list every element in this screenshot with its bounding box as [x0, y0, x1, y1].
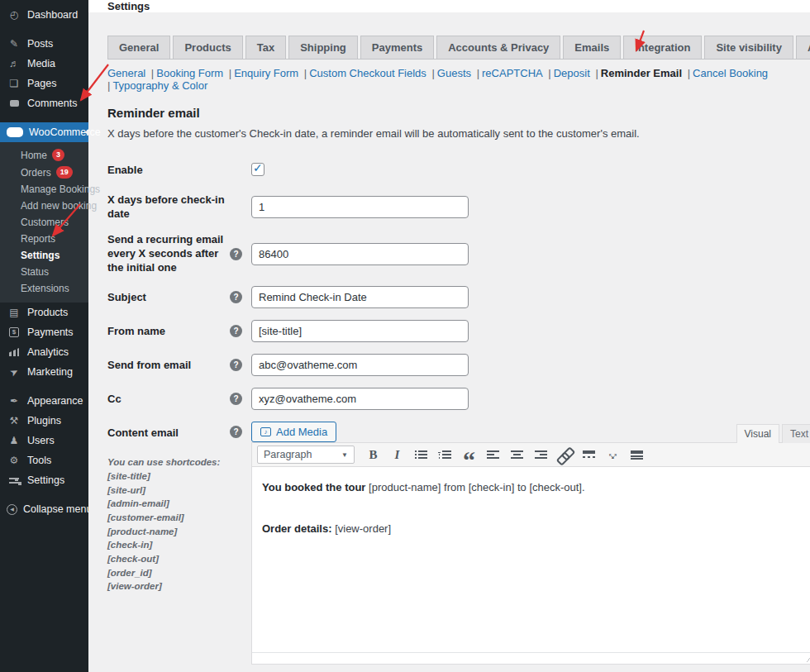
link-icon[interactable]	[555, 446, 575, 464]
shortcode-item: [view-order]	[107, 579, 225, 593]
enable-checkbox[interactable]	[251, 163, 264, 176]
sidebar-item-payments[interactable]: Payments	[0, 322, 88, 342]
sidebar-item-dashboard[interactable]: ◴Dashboard	[0, 5, 88, 25]
tab-products[interactable]: Products	[173, 36, 242, 60]
analytics-icon	[7, 346, 21, 358]
sidebar-item-posts[interactable]: ✎Posts	[0, 34, 88, 54]
tour-booking-subnav: General |Booking Form |Enquiry Form |Cus…	[107, 67, 799, 92]
subnav-link-guests[interactable]: Guests	[437, 67, 471, 79]
tab-payments[interactable]: Payments	[360, 36, 434, 60]
tab-accounts-privacy[interactable]: Accounts & Privacy	[436, 36, 560, 60]
subnav-link-deposit[interactable]: Deposit	[554, 67, 590, 79]
help-icon[interactable]: ?	[230, 291, 242, 303]
help-slot: ?	[230, 359, 251, 371]
tab-general[interactable]: General	[107, 36, 170, 60]
sidebar-item-plugins[interactable]: ⚒Plugins	[0, 411, 88, 431]
tab-site-visibility[interactable]: Site visibility	[704, 36, 793, 60]
tab-tax[interactable]: Tax	[245, 36, 286, 60]
marketing-icon: ➤	[5, 364, 23, 381]
sidebar-item-settings[interactable]: Settings	[0, 470, 88, 490]
field-label: Send a recurring email every X seconds a…	[107, 233, 230, 275]
add-media-button[interactable]: ♪ Add Media	[251, 422, 336, 442]
cc-input[interactable]	[251, 388, 469, 410]
sidebar-item-pages[interactable]: ❏Pages	[0, 74, 88, 93]
sidebar-subitem-label: Home	[21, 150, 47, 161]
from-name-input[interactable]	[251, 320, 469, 342]
help-icon[interactable]: ?	[230, 325, 242, 337]
help-icon[interactable]: ?	[230, 426, 242, 438]
align-center-icon[interactable]	[507, 446, 527, 464]
sidebar-item-marketing[interactable]: ➤Marketing	[0, 362, 88, 382]
shortcode-item: [check-in]	[107, 538, 225, 552]
sidebar-item-tools[interactable]: ⚙Tools	[0, 450, 88, 470]
align-left-icon[interactable]	[483, 446, 503, 464]
editor-paragraph: You booked the tour [product-name] from …	[262, 479, 806, 496]
sidebar-subitem-orders[interactable]: Orders19	[0, 164, 88, 181]
more-tag-icon[interactable]	[579, 446, 599, 464]
sidebar-item-appearance[interactable]: ✒Appearance	[0, 391, 88, 411]
sidebar-subitem-extensions[interactable]: Extensions	[0, 280, 88, 297]
subnav-link-custom-checkout-fields[interactable]: Custom Checkout Fields	[309, 67, 426, 79]
collapse-icon: ◀	[7, 504, 17, 515]
sidebar-subitem-settings[interactable]: Settings	[0, 247, 88, 264]
sidebar-subitem-manage-bookings[interactable]: Manage Bookings	[0, 181, 88, 198]
tab-shipping[interactable]: Shipping	[288, 36, 358, 60]
page-title-bar: Settings	[88, 0, 810, 12]
send-from-email-input[interactable]	[251, 354, 469, 376]
main-area: Settings GeneralProductsTaxShippingPayme…	[88, 0, 810, 672]
field-label: From name	[107, 325, 230, 339]
tab-visual[interactable]: Visual	[736, 424, 779, 443]
tab-emails[interactable]: Emails	[563, 36, 621, 60]
paragraph-format-dropdown[interactable]: Paragraph ▼	[257, 446, 355, 464]
woocommerce-icon: Woo	[7, 127, 23, 137]
toolbar-toggle-icon[interactable]	[627, 446, 647, 464]
x-days-before-check-in-date-input[interactable]	[251, 196, 469, 218]
sidebar-subitem-reports[interactable]: Reports	[0, 231, 88, 247]
shortcode-item: [site-url]	[107, 484, 225, 498]
help-icon[interactable]: ?	[230, 393, 242, 405]
bold-icon[interactable]	[363, 446, 384, 464]
sidebar-subitem-status[interactable]: Status	[0, 264, 88, 280]
admin-sidebar: ◴Dashboard✎Posts♬Media❏PagesCommentsWooW…	[0, 0, 88, 672]
help-icon[interactable]: ?	[230, 248, 242, 260]
italic-icon[interactable]	[387, 446, 407, 464]
sidebar-item-label: Marketing	[27, 366, 73, 378]
sidebar-item-products[interactable]: ▤Products	[0, 303, 88, 322]
align-right-icon[interactable]	[531, 446, 551, 464]
pages-icon: ❏	[7, 78, 21, 89]
blockquote-icon[interactable]	[459, 446, 479, 464]
tab-integration[interactable]: Integration	[623, 36, 702, 60]
tab-advanced[interactable]: Advanced	[796, 36, 810, 60]
sidebar-subitem-home[interactable]: Home3	[0, 146, 88, 164]
sidebar-item-label: Posts	[27, 38, 53, 50]
sidebar-item-collapse[interactable]: ◀Collapse menu	[0, 499, 88, 519]
subject-input[interactable]	[251, 286, 469, 308]
editor-content[interactable]: You booked the tour [product-name] from …	[252, 467, 810, 652]
subnav-link-booking-form[interactable]: Booking Form	[156, 67, 223, 79]
subnav-link-typography-color[interactable]: Typography & Color	[112, 79, 207, 92]
settings-icon	[7, 474, 21, 486]
subnav-link-recaptcha[interactable]: reCAPTCHA	[482, 67, 543, 79]
subnav-link-general[interactable]: General	[107, 67, 145, 79]
bullet-list-icon[interactable]	[411, 446, 431, 464]
page-title: Settings	[107, 0, 150, 12]
sidebar-item-analytics[interactable]: Analytics	[0, 342, 88, 362]
tab-text[interactable]: Text	[782, 424, 810, 443]
sidebar-item-media[interactable]: ♬Media	[0, 54, 88, 74]
sidebar-item-woocommerce[interactable]: WooWooCommerce	[0, 122, 88, 142]
subnav-link-enquiry-form[interactable]: Enquiry Form	[234, 67, 298, 79]
add-media-label: Add Media	[276, 426, 327, 438]
sidebar-item-comments[interactable]: Comments	[0, 93, 88, 113]
sidebar-item-users[interactable]: ♟Users	[0, 431, 88, 450]
numbered-list-icon[interactable]	[435, 446, 455, 464]
fullscreen-icon[interactable]	[603, 446, 623, 464]
help-icon[interactable]: ?	[230, 359, 242, 371]
woocommerce-submenu: Home3Orders19Manage BookingsAdd new book…	[0, 142, 88, 303]
resize-grip-icon[interactable]	[806, 654, 810, 662]
sidebar-subitem-customers[interactable]: Customers	[0, 214, 88, 231]
subnav-separator: |	[107, 79, 110, 92]
sidebar-subitem-add-new-booking[interactable]: Add new booking	[0, 198, 88, 214]
tools-icon: ⚙	[7, 455, 21, 466]
subnav-link-cancel-booking[interactable]: Cancel Booking	[693, 67, 768, 79]
send-a-recurring-email-every-x-seconds-after-the-initial-one-input[interactable]	[251, 243, 469, 265]
